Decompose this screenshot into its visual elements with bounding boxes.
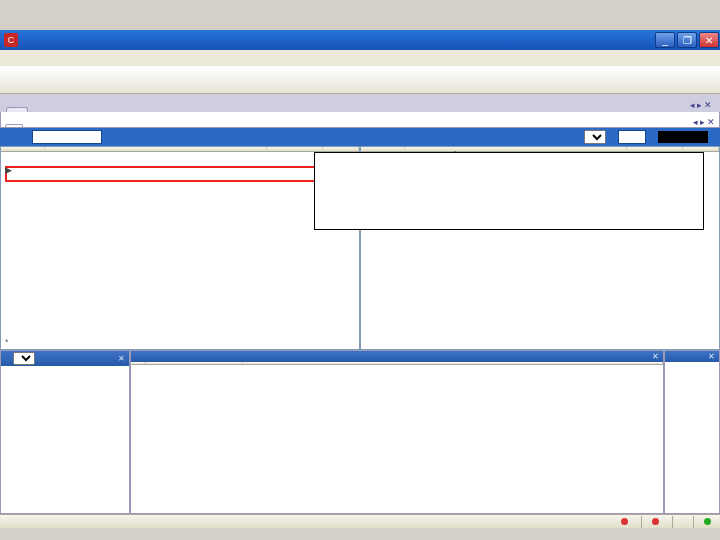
new-row-marker: *: [5, 337, 9, 347]
product-info-panel: ✕: [0, 350, 130, 514]
screen-close-icon[interactable]: ✕: [707, 117, 715, 127]
panel-close-icon[interactable]: ✕: [652, 352, 659, 361]
window-titlebar: C _ ❐ ✕: [0, 30, 720, 50]
logging-indicator-icon: [652, 518, 659, 525]
screen-tab-strip: ◂ ▸ ✕: [0, 112, 720, 128]
filename-field: [12, 136, 20, 138]
screen-prev-icon[interactable]: ◂: [693, 117, 698, 127]
mode-select[interactable]: [584, 130, 606, 144]
highlighted-row[interactable]: [5, 166, 355, 182]
left-grid: ▶ *: [0, 146, 360, 350]
app-logo-icon: C: [4, 33, 18, 47]
col-unit-r[interactable]: [683, 147, 719, 151]
toolbar: [0, 66, 720, 94]
col-unit[interactable]: [323, 147, 359, 151]
parameter-bar: [0, 128, 720, 146]
instruction-callout: [314, 152, 704, 230]
tab-next-icon[interactable]: ▸: [697, 100, 702, 110]
close-button[interactable]: ✕: [699, 32, 719, 48]
idle-indicator-icon: [621, 518, 628, 525]
dock: ✕ ✕ ✕: [0, 350, 720, 514]
conn-indicator-icon: [704, 518, 711, 525]
event-log-panel: ✕: [130, 350, 664, 514]
grid-header: [1, 147, 359, 152]
name-input[interactable]: [32, 130, 102, 144]
maximize-button[interactable]: ❐: [677, 32, 697, 48]
screen-next-icon[interactable]: ▸: [700, 117, 705, 127]
col-name[interactable]: [45, 147, 267, 151]
panel-close-icon[interactable]: ✕: [708, 352, 715, 361]
gauge-icon: [658, 131, 708, 143]
faults-panel: ✕: [664, 350, 720, 514]
col-desc[interactable]: [243, 362, 663, 364]
screen-tab[interactable]: [5, 124, 23, 127]
col-value-r[interactable]: [627, 147, 683, 151]
document-tab-strip: ◂ ▸ ✕: [0, 94, 720, 112]
tab-prev-icon[interactable]: ◂: [690, 100, 695, 110]
col-value[interactable]: [267, 147, 323, 151]
status-bar: [0, 514, 720, 528]
menu-bar: [0, 50, 720, 66]
desired-input[interactable]: [618, 130, 646, 144]
col-addr[interactable]: [1, 147, 45, 151]
addr-select[interactable]: [13, 352, 35, 365]
col-date[interactable]: [145, 362, 243, 364]
col-name-r[interactable]: [405, 147, 627, 151]
row-marker-icon: ▶: [5, 165, 12, 175]
tab-close-icon[interactable]: ✕: [704, 100, 712, 110]
minimize-button[interactable]: _: [655, 32, 675, 48]
event-log-header: [131, 362, 663, 365]
col-addr-r[interactable]: [361, 147, 405, 151]
panel-close-icon[interactable]: ✕: [118, 354, 125, 363]
